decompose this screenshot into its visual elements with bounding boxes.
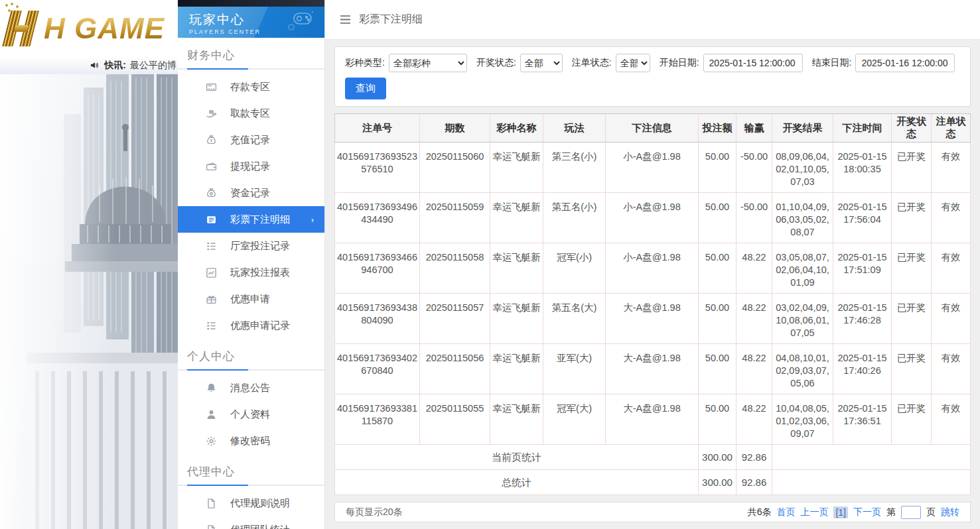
table-cell: 幸运飞艇新 <box>490 243 543 294</box>
sidebar-item-2-0[interactable]: 代理规则说明 <box>178 490 324 516</box>
sidebar-item-0-8[interactable]: 优惠申请 <box>178 286 324 312</box>
table-cell: 2025-01-15 17:36:51 <box>833 394 892 445</box>
promo-gift-icon <box>206 294 217 305</box>
deposit-card-icon <box>206 82 217 93</box>
summary-label: 当前页统计 <box>335 445 699 470</box>
sidebar-item-label: 取款专区 <box>230 107 270 120</box>
table-cell: 10,04,08,05,01,02,03,06,09,07 <box>772 394 833 445</box>
main-content: 彩票下注明细 彩种类型: 全部彩种 开奖状态: 全部 注单状态: 全部 开始日期… <box>325 0 980 529</box>
order-status-select[interactable]: 全部 <box>616 54 650 72</box>
sidebar-item-0-7[interactable]: 玩家投注报表 <box>178 259 324 286</box>
news-ticker: 快讯: 最公平的博 <box>0 56 178 74</box>
gamepad-icon <box>286 11 315 33</box>
ticker-label: 快讯: <box>104 60 126 72</box>
sidebar-section-title: 代理中心 <box>178 454 324 479</box>
table-cell: 50.00 <box>699 143 736 193</box>
sidebar-item-0-3[interactable]: 提现记录 <box>178 153 324 180</box>
table-cell: 第五名(小) <box>543 193 606 243</box>
table-cell: 20250115057 <box>420 294 490 344</box>
sidebar-item-0-5[interactable]: 彩票下注明细› <box>178 206 324 233</box>
sidebar-item-label: 玩家投注报表 <box>230 266 290 279</box>
filter-panel: 彩种类型: 全部彩种 开奖状态: 全部 注单状态: 全部 开始日期: 结束日期:… <box>334 46 971 107</box>
table-cell: 2025-01-15 17:51:09 <box>833 243 892 294</box>
table-cell: 50.00 <box>699 344 736 394</box>
search-button[interactable]: 查询 <box>345 78 386 99</box>
sidebar: 玩家中心 PLAYERS CENTER 财务中心存款专区取款专区充值记录提现记录… <box>178 0 325 529</box>
page-jump-input[interactable] <box>901 506 921 519</box>
sidebar-item-label: 存款专区 <box>230 81 270 93</box>
table-cell: 2025-01-15 17:40:26 <box>833 344 892 394</box>
sidebar-section-title: 财务中心 <box>178 38 324 63</box>
next-page-link[interactable]: 下一页 <box>853 506 881 518</box>
bell-icon <box>206 382 217 394</box>
sidebar-item-1-2[interactable]: 修改密码 <box>178 428 324 454</box>
sidebar-item-0-4[interactable]: 资金记录 <box>178 180 324 206</box>
end-date-input[interactable] <box>855 54 955 72</box>
jump-button[interactable]: 跳转 <box>941 506 959 518</box>
lottery-type-select[interactable]: 全部彩种 <box>389 54 467 72</box>
sidebar-item-1-1[interactable]: 个人资料 <box>178 401 324 428</box>
sidebar-item-label: 彩票下注明细 <box>230 213 290 226</box>
section-underline <box>178 68 324 70</box>
hh-game-logo: H GAME <box>0 0 178 56</box>
lottery-book-icon <box>206 214 217 225</box>
hamburger-menu-icon[interactable] <box>340 15 351 25</box>
column-header-8: 下注时间 <box>833 114 892 143</box>
sidebar-item-0-2[interactable]: 充值记录 <box>178 127 324 153</box>
sidebar-item-0-9[interactable]: 优惠申请记录 <box>178 312 324 339</box>
column-header-6: 输赢 <box>736 114 772 143</box>
start-date-input[interactable] <box>703 54 803 72</box>
table-row: 40156917369343880409020250115057幸运飞艇新第五名… <box>335 294 971 344</box>
table-cell: 20250115056 <box>420 344 490 394</box>
column-header-4: 下注信息 <box>606 114 699 143</box>
summary-bet-total: 300.00 <box>699 445 736 470</box>
column-header-1: 期数 <box>420 114 490 143</box>
table-cell: 大-A盘@1.98 <box>606 344 699 394</box>
table-cell: 幸运飞艇新 <box>490 394 543 445</box>
first-page-link[interactable]: 首页 <box>776 506 795 518</box>
table-cell: 01,10,04,09,06,03,05,02,08,07 <box>772 193 833 243</box>
table-cell: 08,09,06,04,02,01,10,05,07,03 <box>772 143 833 193</box>
bets-table-card: 注单号期数彩种名称玩法下注信息投注额输赢开奖结果下注时间开奖状态注单状态 401… <box>334 113 971 495</box>
table-cell: 已开奖 <box>892 143 932 193</box>
table-cell: 有效 <box>932 193 971 243</box>
sidebar-item-label: 个人资料 <box>230 408 270 421</box>
table-cell: 已开奖 <box>892 243 932 294</box>
sidebar-item-label: 提现记录 <box>230 160 270 173</box>
funds-bag-icon <box>206 188 217 199</box>
sidebar-item-0-1[interactable]: 取款专区 <box>178 100 324 127</box>
table-cell: 20250115058 <box>420 243 490 294</box>
sidebar-item-0-0[interactable]: 存款专区 <box>178 74 324 100</box>
sidebar-item-0-6[interactable]: 厅室投注记录 <box>178 233 324 259</box>
summary-row: 总统计300.0092.86 <box>335 470 971 495</box>
summary-win-total: 92.86 <box>736 445 772 470</box>
table-cell: 50.00 <box>699 243 736 294</box>
table-cell: 第三名(小) <box>543 143 606 193</box>
column-header-0: 注单号 <box>335 114 420 143</box>
table-cell: 有效 <box>932 344 971 394</box>
sidebar-section-title: 个人中心 <box>178 339 324 364</box>
summary-empty <box>772 445 971 470</box>
table-cell: 20250115059 <box>420 193 490 243</box>
prev-page-link[interactable]: 上一页 <box>800 506 828 518</box>
draw-status-select[interactable]: 全部 <box>520 54 563 72</box>
table-row: 40156917369349643449020250115059幸运飞艇新第五名… <box>335 193 971 243</box>
total-count-text: 共6条 <box>748 506 772 518</box>
table-row: 40156917369346694670020250115058幸运飞艇新冠军(… <box>335 243 971 294</box>
table-cell: 401569173693438804090 <box>335 294 420 344</box>
table-header-row: 注单号期数彩种名称玩法下注信息投注额输赢开奖结果下注时间开奖状态注单状态 <box>335 114 971 143</box>
table-cell: 48.22 <box>736 294 772 344</box>
table-cell: 48.22 <box>736 394 772 445</box>
table-cell: 冠军(小) <box>543 243 606 294</box>
promo-list-icon <box>206 320 217 331</box>
jump-prefix-text: 第 <box>886 506 896 518</box>
sidebar-item-label: 代理团队统计 <box>230 524 290 529</box>
sidebar-item-label: 消息公告 <box>230 382 270 394</box>
summary-row: 当前页统计300.0092.86 <box>335 445 971 470</box>
report-chart-icon <box>206 267 217 278</box>
page-size-text: 每页显示20条 <box>346 506 403 518</box>
table-cell: 有效 <box>932 143 971 193</box>
sidebar-item-2-1[interactable]: 代理团队统计 <box>178 516 324 529</box>
table-cell: 已开奖 <box>892 193 932 243</box>
sidebar-item-1-0[interactable]: 消息公告 <box>178 375 324 401</box>
